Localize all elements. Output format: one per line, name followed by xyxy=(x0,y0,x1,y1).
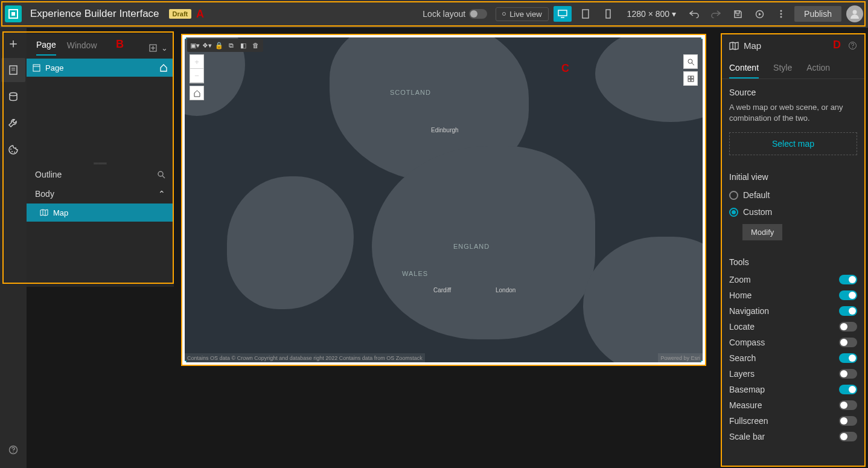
more-button[interactable] xyxy=(773,5,790,22)
tool-toggle[interactable] xyxy=(839,400,857,410)
right-panel-title: Map xyxy=(721,33,866,58)
publish-button[interactable]: Publish xyxy=(794,6,841,22)
tool-row-layers: Layers xyxy=(729,366,857,382)
tools-section: Tools ZoomHomeNavigationLocateCompassSea… xyxy=(721,249,866,453)
home-icon[interactable] xyxy=(159,63,168,72)
add-page-icon[interactable] xyxy=(148,43,158,53)
tool-toggle[interactable] xyxy=(839,353,857,363)
tool-toggle[interactable] xyxy=(839,432,857,441)
tool-row-search: Search xyxy=(729,350,857,366)
tool-toggle[interactable] xyxy=(839,416,857,426)
help-rail-button[interactable] xyxy=(1,438,25,462)
save-button[interactable] xyxy=(729,5,746,22)
tool-row-navigation: Navigation xyxy=(729,303,857,319)
map-label-wales: WALES xyxy=(402,270,428,277)
map-zoom-control[interactable]: + − xyxy=(190,54,204,83)
app-logo[interactable] xyxy=(5,5,22,22)
map-widget[interactable]: SCOTLAND ENGLAND WALES Edinburgh Cardiff… xyxy=(185,37,703,362)
tool-toggle[interactable] xyxy=(839,322,857,332)
outline-map-item[interactable]: Map xyxy=(27,204,174,222)
radio-icon-checked xyxy=(729,208,738,217)
outline-header: Outline xyxy=(27,165,174,184)
lock-layout-control[interactable]: Lock layout xyxy=(419,7,491,21)
radio-custom[interactable]: Custom xyxy=(729,204,857,220)
search-icon[interactable] xyxy=(157,170,165,179)
widget-toolbar: ▣▾ ❖▾ 🔒 ⧉ ◧ 🗑 xyxy=(187,39,263,52)
delete-icon[interactable]: 🗑 xyxy=(251,41,260,50)
header-bar: Experience Builder Interface Draft Lock … xyxy=(0,0,868,28)
svg-point-34 xyxy=(852,47,853,48)
map-basemap-button[interactable] xyxy=(683,71,698,86)
tool-toggle[interactable] xyxy=(839,290,857,300)
tool-toggle[interactable] xyxy=(839,275,857,284)
map-label-scotland: SCOTLAND xyxy=(390,89,431,96)
map-city-cardiff: Cardiff xyxy=(433,287,451,293)
tab-page[interactable]: Page xyxy=(36,40,56,56)
utilities-rail-button[interactable] xyxy=(1,111,25,135)
map-city-edinburgh: Edinburgh xyxy=(431,127,459,133)
redo-button[interactable] xyxy=(707,5,724,22)
map-search-button[interactable] xyxy=(683,54,698,69)
page-icon xyxy=(33,64,40,72)
device-tablet-button[interactable] xyxy=(576,6,595,22)
layers-icon[interactable]: ❖▾ xyxy=(203,41,211,50)
selector-icon[interactable]: ▣▾ xyxy=(191,41,199,50)
user-avatar[interactable] xyxy=(846,5,863,22)
svg-rect-29 xyxy=(688,76,691,79)
theme-rail-button[interactable] xyxy=(1,138,25,162)
tab-window[interactable]: Window xyxy=(67,40,97,55)
tool-toggle[interactable] xyxy=(839,385,857,394)
help-icon[interactable] xyxy=(848,41,857,50)
tab-content[interactable]: Content xyxy=(729,58,759,79)
pages-rail-button[interactable] xyxy=(1,58,25,82)
chevron-down-icon[interactable]: ⌄ xyxy=(161,43,168,53)
duplicate-icon[interactable]: ⧉ xyxy=(227,41,235,50)
widget-align-icon[interactable]: ◧ xyxy=(239,41,247,50)
page-item[interactable]: Page xyxy=(27,59,174,77)
outline-label: Outline xyxy=(35,170,62,179)
body-label: Body xyxy=(35,189,54,199)
svg-line-28 xyxy=(692,63,694,65)
map-label-england: ENGLAND xyxy=(453,243,490,250)
device-desktop-button[interactable] xyxy=(554,6,572,22)
select-map-button[interactable]: Select map xyxy=(729,132,857,155)
add-widget-button[interactable]: ＋ xyxy=(1,31,25,56)
map-city-london: London xyxy=(496,287,515,293)
tool-toggle[interactable] xyxy=(839,369,857,379)
resolution-dropdown[interactable]: 1280 × 800 ▾ xyxy=(622,7,681,21)
tab-style[interactable]: Style xyxy=(773,58,792,79)
outline-map-label: Map xyxy=(53,208,68,217)
live-view-button[interactable]: Live view xyxy=(496,7,548,21)
tool-label: Basemap xyxy=(729,385,765,394)
undo-button[interactable] xyxy=(686,5,703,22)
lock-icon[interactable]: 🔒 xyxy=(215,41,223,50)
radio-default[interactable]: Default xyxy=(729,187,857,204)
tool-label: Home xyxy=(729,290,752,300)
zoom-out-button[interactable]: − xyxy=(190,69,203,83)
tool-label: Scale bar xyxy=(729,432,765,441)
tool-label: Layers xyxy=(729,369,755,379)
svg-line-26 xyxy=(162,176,165,178)
tab-action[interactable]: Action xyxy=(806,58,830,79)
chevron-up-icon[interactable]: ⌃ xyxy=(158,189,165,199)
tool-row-fullscreen: Fullscreen xyxy=(729,413,857,429)
tool-label: Measure xyxy=(729,400,762,410)
source-heading: Source xyxy=(729,88,857,97)
device-phone-button[interactable] xyxy=(599,6,617,22)
tool-label: Search xyxy=(729,353,756,363)
tool-toggle[interactable] xyxy=(839,306,857,316)
canvas-area[interactable]: SCOTLAND ENGLAND WALES Edinburgh Cardiff… xyxy=(181,34,706,366)
zoom-in-button[interactable]: + xyxy=(190,55,203,69)
svg-point-17 xyxy=(14,152,15,153)
map-home-button[interactable] xyxy=(190,86,204,100)
tool-row-zoom: Zoom xyxy=(729,272,857,287)
tool-row-compass: Compass xyxy=(729,335,857,350)
preview-button[interactable] xyxy=(751,5,768,22)
tool-toggle[interactable] xyxy=(839,338,857,347)
svg-point-16 xyxy=(11,151,13,152)
app-title[interactable]: Experience Builder Interface xyxy=(30,8,159,20)
modify-button[interactable]: Modify xyxy=(742,224,782,240)
body-row[interactable]: Body ⌃ xyxy=(27,184,174,204)
data-rail-button[interactable] xyxy=(1,85,25,109)
lock-layout-toggle[interactable] xyxy=(469,9,487,19)
